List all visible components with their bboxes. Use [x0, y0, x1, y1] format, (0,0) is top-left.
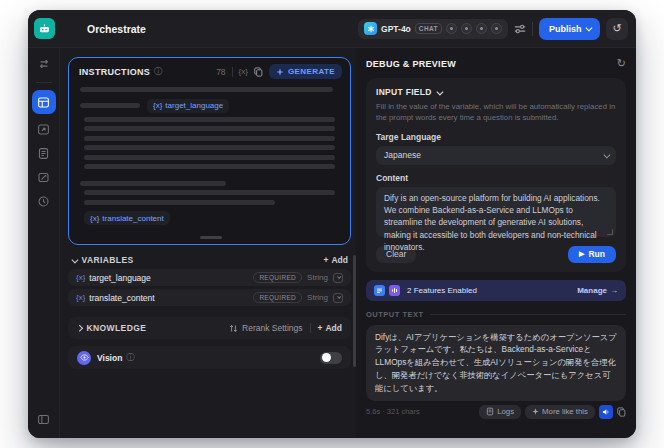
scrollbar-thumb[interactable]	[353, 255, 356, 367]
model-selector[interactable]: GPT-4o CHAT	[358, 19, 508, 39]
required-badge: REQUIRED	[253, 292, 302, 303]
knowledge-section-header[interactable]: KNOWLEDGE Rerank Settings + Add	[68, 317, 351, 339]
skeleton-line	[84, 155, 335, 160]
content-label: Content	[376, 173, 616, 183]
publish-button[interactable]: Publish	[539, 18, 600, 40]
prompt-content[interactable]: {x}target_language {x}translate_content	[69, 82, 350, 244]
output-divider	[430, 314, 626, 315]
variable-prefix: {x}	[90, 214, 99, 223]
skeleton-line	[84, 117, 335, 122]
more-like-this-button[interactable]: More like this	[525, 405, 595, 419]
selected-value: Japanese	[384, 150, 421, 160]
generate-button[interactable]: GENERATE	[269, 64, 342, 79]
vision-feature-row: Vision ⓘ	[68, 346, 351, 369]
add-knowledge-button[interactable]: + Add	[318, 323, 343, 333]
sidebar-item-orchestrate[interactable]	[32, 90, 56, 114]
chevron-down-icon	[436, 88, 442, 94]
input-field-card: INPUT FIELD Fill in the value of the var…	[366, 78, 626, 272]
collapse-sidebar-icon[interactable]	[33, 408, 55, 430]
sidebar-item-preview[interactable]	[33, 118, 55, 140]
resize-corner-icon[interactable]	[607, 229, 613, 235]
sparkle-icon	[532, 408, 539, 415]
variable-x-icon: {x}	[76, 293, 85, 302]
skeleton-line	[84, 164, 335, 169]
publish-label: Publish	[549, 24, 582, 34]
variable-name: translate_content	[89, 293, 154, 303]
sidebar-item-logs[interactable]	[33, 142, 55, 164]
skeleton-line	[84, 126, 335, 131]
copy-output-icon[interactable]	[617, 407, 626, 417]
rerank-icon	[229, 324, 238, 333]
chevron-right-icon	[76, 325, 82, 331]
variable-prefix: {x}	[153, 101, 162, 110]
add-label: Add	[331, 255, 348, 265]
insert-variable-icon[interactable]: {x}	[239, 67, 248, 76]
variable-chip-target-language[interactable]: {x}target_language	[147, 99, 229, 113]
skeleton-line	[80, 181, 226, 186]
manage-label: Manage	[577, 286, 607, 295]
variable-row-target-language[interactable]: {x} target_language REQUIRED String	[68, 269, 351, 286]
capability-icon-1	[446, 23, 457, 34]
skeleton-line	[84, 145, 335, 150]
manage-features-link[interactable]: Manage →	[577, 286, 618, 295]
features-enabled-text: 2 Features Enabled	[407, 286, 477, 295]
variable-name: target_language	[89, 273, 150, 283]
feature-citations-icon	[374, 285, 385, 296]
feature-tts-icon	[389, 285, 400, 296]
variable-row-translate-content[interactable]: {x} translate_content REQUIRED String	[68, 289, 351, 306]
skeleton-line	[84, 190, 335, 195]
sidebar-item-monitoring[interactable]	[33, 190, 55, 212]
header-divider	[232, 67, 233, 77]
text-to-speech-button[interactable]	[599, 405, 613, 419]
instructions-editor[interactable]: INSTRUCTIONS ⓘ 78 {x} GENERATE	[68, 57, 351, 245]
more-like-this-label: More like this	[542, 407, 588, 416]
run-label: Run	[588, 249, 605, 259]
capability-icon-2	[461, 23, 472, 34]
refresh-icon[interactable]: ↻	[617, 57, 626, 70]
run-button[interactable]: ▶ Run	[568, 246, 616, 263]
add-variable-button[interactable]: + Add	[324, 255, 349, 265]
variable-name: target_language	[165, 101, 223, 110]
version-history-icon[interactable]: ↺	[606, 18, 628, 40]
add-label: Add	[325, 323, 342, 333]
play-icon: ▶	[579, 250, 584, 258]
char-count: 78	[216, 67, 225, 77]
logs-button[interactable]: Logs	[479, 405, 521, 419]
instructions-title: INSTRUCTIONS	[79, 67, 150, 77]
capability-icon-4	[491, 23, 502, 34]
sidebar-divider	[36, 82, 52, 83]
output-text-bubble: Difyは、AIアプリケーションを構築するためのオープンソースプラットフォームで…	[366, 325, 626, 401]
input-field-header[interactable]: INPUT FIELD	[376, 87, 616, 97]
variable-name: translate_content	[102, 214, 163, 223]
sidebar-item-annotations[interactable]	[33, 166, 55, 188]
info-icon: ⓘ	[126, 352, 134, 363]
variable-type: String	[307, 273, 328, 282]
content-textarea[interactable]: Dify is an open-source platform for buil…	[376, 187, 616, 237]
variable-type-selector-icon[interactable]	[333, 273, 343, 283]
app-logo-robot-icon[interactable]	[34, 18, 55, 39]
info-icon: ⓘ	[154, 66, 162, 77]
model-params-sliders-icon[interactable]	[514, 23, 526, 35]
vision-label: Vision	[97, 353, 122, 363]
variable-x-icon: {x}	[76, 273, 85, 282]
titlebar: Orchestrate GPT-4o CHAT Publish ↺	[28, 10, 636, 48]
output-text-title: OUTPUT TEXT	[366, 310, 424, 319]
copy-icon[interactable]	[254, 67, 263, 77]
features-enabled-bar[interactable]: 2 Features Enabled Manage →	[366, 280, 626, 301]
target-language-select[interactable]: Japanese	[376, 146, 616, 165]
resize-drag-handle[interactable]	[200, 236, 222, 239]
arrow-right-icon: →	[610, 286, 618, 295]
variable-chip-translate-content[interactable]: {x}translate_content	[84, 211, 170, 225]
skeleton-line	[80, 87, 333, 92]
variable-type-selector-icon[interactable]	[333, 293, 343, 303]
rerank-settings-button[interactable]: Rerank Settings	[229, 323, 302, 333]
skeleton-line	[84, 200, 275, 205]
speaker-icon	[602, 408, 610, 416]
switch-app-icon[interactable]	[33, 53, 55, 75]
input-field-title: INPUT FIELD	[376, 87, 432, 97]
variables-section-header[interactable]: VARIABLES + Add	[72, 255, 348, 265]
chevron-down-icon	[72, 256, 78, 262]
vision-toggle[interactable]	[320, 352, 342, 364]
content-value: Dify is an open-source platform for buil…	[384, 193, 600, 253]
chevron-down-icon	[603, 151, 609, 157]
